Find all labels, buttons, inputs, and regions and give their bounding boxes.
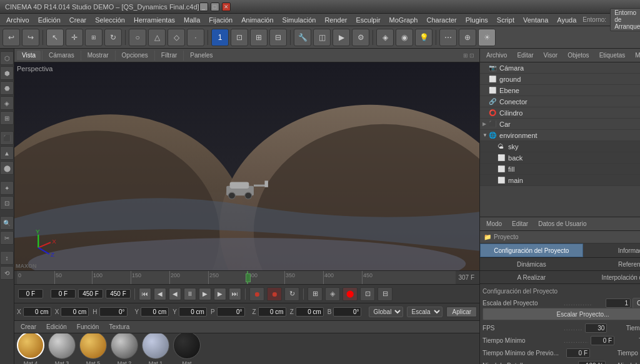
coord-y2-field[interactable] (179, 307, 207, 317)
view2-button[interactable]: ⊡ (231, 29, 248, 46)
apply-coords-button[interactable]: Aplicar (446, 307, 477, 317)
attr-tab-dinamicas[interactable]: Dinámicas (480, 258, 583, 270)
view3-button[interactable]: ⊞ (250, 29, 268, 46)
attr-menu-datos[interactable]: Datos de Usuario (536, 219, 589, 229)
menu-seleccion[interactable]: Selección (91, 15, 129, 25)
coord-mode-dropdown[interactable]: Global Local (369, 307, 403, 317)
om-row-camara[interactable]: 📷 Cámara (480, 62, 640, 74)
mat-tab-crear[interactable]: Crear (17, 322, 40, 332)
material-item-mat3[interactable]: Mat.3 (48, 333, 76, 364)
attr-tab-informacion[interactable]: Información (583, 243, 640, 257)
record-active-button[interactable]: ⏺ (267, 287, 282, 301)
motion-path-button[interactable]: ⊞ (308, 287, 322, 301)
menu-herramientas[interactable]: Herramientas (130, 15, 179, 25)
close-button[interactable]: ✕ (222, 2, 231, 11)
coord-x2-field[interactable] (61, 307, 89, 317)
mat-tab-funcion[interactable]: Función (73, 322, 103, 332)
menu-malla[interactable]: Malla (180, 15, 204, 25)
om-row-sky[interactable]: 🌤 sky (480, 141, 640, 152)
menu-animacion[interactable]: Animación (238, 15, 277, 25)
vp-tab-mostrar[interactable]: Mostrar (82, 51, 114, 60)
coord-scale-dropdown[interactable]: Escala (407, 307, 442, 317)
material-item-mat2[interactable]: Mat.2 (111, 333, 138, 364)
om-tab-archivo[interactable]: Archivo (482, 51, 511, 60)
light-button[interactable]: 💡 (415, 29, 432, 46)
current-frame-field[interactable] (18, 289, 43, 298)
transport-to-end[interactable]: ⏭ (229, 288, 241, 300)
motion-clip-button[interactable]: ⊡ (360, 287, 375, 301)
move-tool-button[interactable]: ✛ (66, 29, 83, 46)
menu-archivo[interactable]: Archivo (2, 15, 33, 25)
transport-play-back[interactable]: ◀ (169, 288, 181, 300)
coord-z-field[interactable] (258, 307, 286, 317)
left-tool-6[interactable]: ⬛ (0, 131, 14, 145)
vp-tab-paneles[interactable]: Paneles (185, 51, 218, 60)
left-tool-3[interactable]: ⬣ (0, 81, 14, 95)
om-row-cilindro[interactable]: ⭕ Cilindro (480, 107, 640, 119)
escala-unit-dropdown[interactable]: Centímetros Metros Pulgadas (632, 298, 640, 308)
coord-y-field[interactable] (141, 307, 169, 317)
auto-key-button[interactable]: ⬤ (342, 287, 358, 301)
coord-p-field[interactable] (217, 307, 245, 317)
om-tab-etiquetas[interactable]: Etiquetas (596, 51, 629, 60)
menu-simulacion[interactable]: Simulación (279, 15, 320, 25)
left-tool-14[interactable]: ⟲ (0, 266, 14, 280)
transport-to-start[interactable]: ⏮ (139, 288, 151, 300)
left-tool-13[interactable]: ↕ (0, 251, 14, 265)
om-row-fill[interactable]: ⬜ fill (480, 164, 640, 175)
vp-tab-opciones[interactable]: Opciones (117, 51, 153, 60)
render-button[interactable]: ▶ (332, 29, 350, 46)
vp-tab-filtrar[interactable]: Filtrar (156, 51, 182, 60)
om-tab-marcas[interactable]: Marcas (631, 51, 640, 60)
mat-tab-edicion[interactable]: Edición (42, 322, 71, 332)
tminprev-field[interactable] (566, 348, 590, 358)
transport-play[interactable]: ▶ (199, 288, 211, 300)
left-tool-10[interactable]: ⊡ (0, 196, 14, 210)
menu-render[interactable]: Render (321, 15, 351, 25)
left-tool-12[interactable]: ✂ (0, 231, 14, 245)
coord-h-field[interactable] (99, 307, 128, 317)
extra-btn1[interactable]: ⋯ (439, 29, 457, 46)
view4-button[interactable]: ⊟ (269, 29, 287, 46)
polygon-mode-button[interactable]: △ (148, 29, 166, 46)
edge-mode-button[interactable]: ◇ (168, 29, 185, 46)
om-row-ground[interactable]: ⬜ ground (480, 74, 640, 85)
left-tool-4[interactable]: ◈ (0, 96, 14, 110)
menu-crear[interactable]: Crear (66, 15, 91, 25)
om-row-ebene[interactable]: ⬜ Ebene (480, 85, 640, 96)
menu-edicion[interactable]: Edición (34, 15, 64, 25)
playhead-marker[interactable] (246, 273, 251, 282)
maximize-button[interactable]: □ (211, 2, 219, 11)
menu-fijacion[interactable]: Fijación (205, 15, 236, 25)
mat-tab-textura[interactable]: Textura (105, 322, 133, 332)
menu-ayuda[interactable]: Ayuda (553, 15, 580, 25)
menu-ventana[interactable]: Ventana (519, 15, 552, 25)
escala-field[interactable] (606, 298, 631, 308)
om-tab-objetos[interactable]: Objetos (564, 51, 592, 60)
escalar-proyecto-button[interactable]: Escalar Proyecto... (482, 308, 640, 320)
point-mode-button[interactable]: · (187, 29, 204, 46)
timeline-ruler[interactable]: 0 50 100 150 200 250 300 350 400 450 (17, 271, 456, 284)
material-item-mat1[interactable]: Mat.1 (142, 333, 169, 364)
material-button[interactable]: ◉ (396, 29, 413, 46)
menu-plugins[interactable]: Plugins (462, 15, 492, 25)
loop-button[interactable]: ↻ (284, 287, 299, 301)
menu-mograph[interactable]: MoGraph (386, 15, 422, 25)
fps-field[interactable] (585, 323, 607, 333)
texture-button[interactable]: ◈ (376, 29, 394, 46)
start-frame-field[interactable] (51, 289, 76, 298)
minimize-button[interactable]: _ (199, 2, 208, 11)
left-tool-9[interactable]: ✦ (0, 181, 14, 195)
om-tab-visor[interactable]: Visor (540, 51, 562, 60)
markers-button[interactable]: ⊟ (378, 287, 392, 301)
nivel-field[interactable] (578, 361, 606, 365)
undo-button[interactable]: ↩ (2, 29, 20, 46)
om-row-back[interactable]: ⬜ back (480, 152, 640, 164)
material-item-mat5[interactable]: Mat.5 (79, 333, 107, 364)
attr-menu-editar[interactable]: Editar (509, 219, 531, 229)
attr-tab-referenciar[interactable]: Referenciar (583, 258, 640, 270)
environment-dropdown[interactable]: Entorno de Arranque (610, 8, 640, 31)
attr-tab-interpolacion[interactable]: Interpolación de Claves (583, 271, 640, 283)
menu-esculpir[interactable]: Esculpir (352, 15, 384, 25)
viewport-3d[interactable]: Perspectiva (14, 62, 479, 270)
